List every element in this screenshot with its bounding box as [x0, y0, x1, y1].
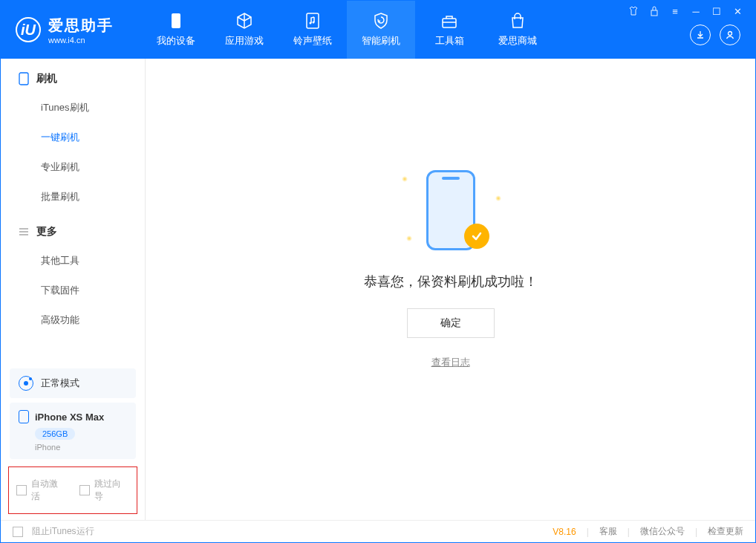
- options-highlight-box: 自动激活 跳过向导: [8, 466, 137, 514]
- svg-rect-8: [19, 73, 28, 85]
- tab-label: 工具箱: [435, 34, 464, 48]
- version-label: V8.16: [553, 527, 576, 537]
- sidebar: 刷机 iTunes刷机 一键刷机 专业刷机 批量刷机 更多 其他工具 下载固件 …: [1, 59, 146, 520]
- success-illustration: [399, 166, 503, 255]
- checkbox-label: 自动激活: [31, 478, 66, 503]
- ok-button[interactable]: 确定: [407, 308, 495, 338]
- tab-my-device[interactable]: 我的设备: [142, 1, 210, 59]
- checkbox-icon: [16, 485, 27, 495]
- minimize-button[interactable]: ─: [690, 5, 702, 17]
- window-controls: ≡ ─ ☐ ✕: [628, 1, 746, 17]
- mode-label: 正常模式: [41, 377, 79, 390]
- shirt-icon[interactable]: [628, 5, 639, 17]
- tab-label: 应用游戏: [225, 34, 264, 48]
- svg-rect-4: [443, 19, 456, 27]
- logo-icon: iU: [16, 17, 41, 42]
- device-icon: [19, 410, 29, 423]
- checkmark-badge-icon: [464, 224, 489, 249]
- svg-point-7: [729, 32, 732, 36]
- separator: |: [587, 527, 589, 537]
- device-icon: [167, 12, 185, 30]
- checkbox-auto-activate[interactable]: 自动激活: [16, 478, 66, 503]
- device-card[interactable]: iPhone XS Max 256GB iPhone: [10, 403, 136, 459]
- section-title-text: 刷机: [36, 72, 57, 85]
- footer-link-support[interactable]: 客服: [599, 525, 617, 538]
- sidebar-section-flash: 刷机: [1, 59, 145, 93]
- app-subtitle: www.i4.cn: [48, 36, 114, 45]
- toolbox-icon: [440, 12, 458, 30]
- tab-toolbox[interactable]: 工具箱: [415, 1, 483, 59]
- app-title: 爱思助手: [48, 16, 114, 36]
- svg-rect-6: [651, 10, 657, 16]
- user-button[interactable]: [720, 25, 740, 45]
- tab-label: 我的设备: [157, 34, 195, 48]
- mode-icon: [19, 376, 33, 391]
- svg-rect-0: [172, 13, 180, 28]
- sidebar-section-more: 更多: [1, 212, 145, 246]
- sidebar-item-download-firmware[interactable]: 下载固件: [1, 276, 145, 305]
- tab-label: 爱思商城: [498, 34, 537, 48]
- checkbox-icon: [13, 527, 23, 537]
- sidebar-item-oneclick-flash[interactable]: 一键刷机: [1, 123, 145, 152]
- bag-icon: [509, 12, 527, 30]
- checkbox-label: 跳过向导: [94, 478, 129, 503]
- header-bar: iU 爱思助手 www.i4.cn 我的设备 应用游戏 铃声壁纸 智能刷机 工具…: [1, 1, 755, 59]
- tab-label: 智能刷机: [362, 34, 400, 48]
- footer-link-update[interactable]: 检查更新: [708, 525, 743, 538]
- maximize-button[interactable]: ☐: [711, 5, 723, 17]
- svg-point-2: [310, 22, 312, 25]
- separator: |: [695, 527, 697, 537]
- sidebar-item-other-tools[interactable]: 其他工具: [1, 246, 145, 276]
- sidebar-item-itunes-flash[interactable]: iTunes刷机: [1, 93, 145, 123]
- menu-icon[interactable]: ≡: [669, 5, 681, 17]
- close-button[interactable]: ✕: [731, 5, 743, 17]
- checkbox-label: 阻止iTunes运行: [32, 525, 94, 538]
- view-log-link[interactable]: 查看日志: [431, 356, 470, 369]
- device-type: iPhone: [35, 443, 127, 452]
- success-message: 恭喜您，保资料刷机成功啦！: [364, 273, 538, 290]
- tab-store[interactable]: 爱思商城: [483, 1, 552, 59]
- cube-icon: [235, 12, 253, 30]
- sidebar-item-pro-flash[interactable]: 专业刷机: [1, 152, 145, 182]
- download-button[interactable]: [690, 25, 711, 45]
- svg-rect-1: [307, 13, 319, 28]
- checkbox-icon: [79, 485, 90, 495]
- main-content: 恭喜您，保资料刷机成功啦！ 确定 查看日志: [146, 59, 755, 520]
- list-icon: [19, 227, 29, 237]
- section-title-text: 更多: [36, 225, 57, 238]
- logo[interactable]: iU 爱思助手 www.i4.cn: [1, 1, 142, 59]
- tab-ringtone-wallpaper[interactable]: 铃声壁纸: [278, 1, 347, 59]
- tab-label: 铃声壁纸: [293, 34, 332, 48]
- svg-point-3: [313, 22, 315, 24]
- music-icon: [304, 12, 322, 30]
- separator: |: [628, 527, 630, 537]
- footer-link-wechat[interactable]: 微信公众号: [640, 525, 685, 538]
- device-name: iPhone XS Max: [35, 412, 104, 423]
- footer-bar: 阻止iTunes运行 V8.16 | 客服 | 微信公众号 | 检查更新: [1, 520, 755, 542]
- checkbox-skip-guide[interactable]: 跳过向导: [79, 478, 129, 503]
- shield-icon: [372, 12, 390, 30]
- tab-smart-flash[interactable]: 智能刷机: [347, 1, 415, 59]
- tab-apps-games[interactable]: 应用游戏: [210, 1, 278, 59]
- mode-card[interactable]: 正常模式: [10, 368, 136, 398]
- checkbox-block-itunes[interactable]: 阻止iTunes运行: [13, 525, 94, 538]
- lock-icon[interactable]: [648, 5, 660, 17]
- device-storage-badge: 256GB: [35, 428, 75, 440]
- main-tabs: 我的设备 应用游戏 铃声壁纸 智能刷机 工具箱 爱思商城: [142, 1, 552, 59]
- sidebar-item-batch-flash[interactable]: 批量刷机: [1, 182, 145, 212]
- sidebar-item-advanced[interactable]: 高级功能: [1, 305, 145, 335]
- phone-icon: [19, 72, 29, 85]
